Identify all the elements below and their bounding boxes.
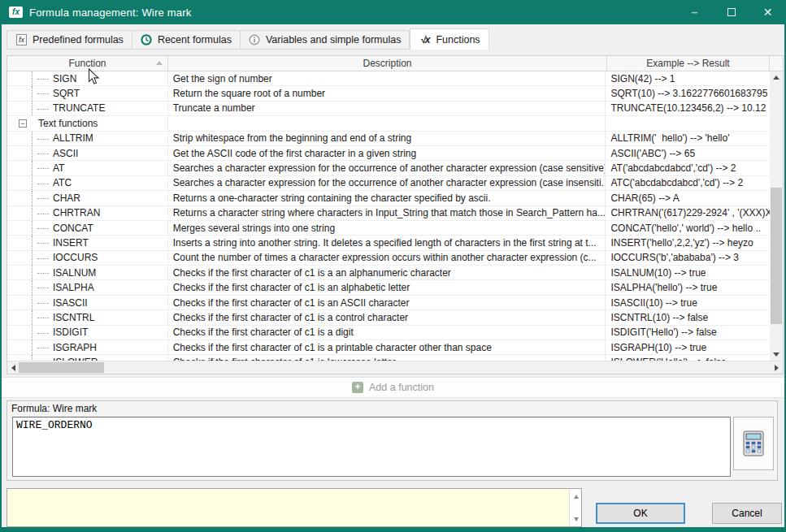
table-row[interactable]: − ISALNUM Checks if the first character … bbox=[7, 266, 770, 280]
minimize-button[interactable]: – bbox=[676, 0, 713, 24]
column-header-function[interactable]: Function bbox=[7, 56, 168, 71]
column-header-description[interactable]: Description bbox=[168, 56, 607, 71]
function-name: AT bbox=[53, 162, 64, 174]
formula-input[interactable]: WIRE_ORDERNO bbox=[12, 417, 731, 477]
scroll-left-icon[interactable] bbox=[7, 361, 20, 374]
function-description: Checks if the first character of c1 is a… bbox=[168, 266, 606, 279]
function-description: Checks if the first character of c1 is a… bbox=[168, 280, 606, 294]
tab-variables-and-simple-formulas[interactable]: Variables and simple formulas bbox=[241, 30, 410, 50]
tab-label: Recent formulas bbox=[158, 34, 232, 45]
scroll-right-icon[interactable] bbox=[771, 361, 783, 374]
function-name: CHRTRAN bbox=[53, 207, 100, 218]
function-example: SQRT(10) --> 3.1622776601683795 bbox=[606, 86, 770, 100]
function-name: CHAR bbox=[53, 192, 80, 204]
function-example: CHAR(65) --> A bbox=[606, 191, 770, 205]
scroll-up-icon[interactable] bbox=[570, 491, 582, 502]
function-example bbox=[606, 116, 770, 130]
maximize-button[interactable] bbox=[713, 0, 749, 24]
function-example: INSERT('hello',2,2,'yz') --> heyzo bbox=[606, 236, 770, 249]
window-title: Formula management: Wire mark bbox=[29, 6, 191, 19]
function-name: ASCII bbox=[53, 148, 78, 159]
table-row[interactable]: − ALLTRIM Strip whitespace from the begi… bbox=[7, 132, 770, 146]
tab-recent-formulas[interactable]: Recent formulas bbox=[132, 30, 241, 50]
table-row[interactable]: − ISGRAPH Checks if the first character … bbox=[7, 340, 770, 355]
function-description: Checks if the first character of c1 is a… bbox=[168, 326, 606, 340]
table-row[interactable]: − CHRTRAN Returns a character string whe… bbox=[7, 206, 770, 221]
function-example: ATC('abcdabcdabcd','cd') --> 2 bbox=[606, 176, 770, 190]
window-border-left bbox=[0, 24, 2, 532]
sort-ascending-icon bbox=[156, 61, 163, 65]
calculator-icon bbox=[743, 430, 764, 456]
scroll-down-icon[interactable] bbox=[570, 513, 582, 525]
add-function-button[interactable]: + Add a function bbox=[352, 382, 434, 393]
function-example: ALLTRIM(' hello') --> 'hello' bbox=[606, 132, 770, 145]
function-description: Get the sign of number bbox=[168, 71, 606, 85]
table-row[interactable]: − SQRT Return the square root of a numbe… bbox=[7, 86, 770, 101]
info-icon bbox=[249, 34, 261, 46]
scroll-up-icon[interactable] bbox=[770, 71, 783, 84]
header-stub bbox=[770, 56, 783, 71]
tab-functions[interactable]: √x Functions bbox=[410, 28, 489, 50]
cancel-button[interactable]: Cancel bbox=[712, 503, 782, 524]
table-row[interactable]: − Text functions bbox=[7, 116, 770, 131]
table-row[interactable]: − ISASCII Checks if the first character … bbox=[7, 296, 770, 310]
function-description: Truncate a number bbox=[168, 102, 606, 115]
function-table: Function Description Example --> Result … bbox=[7, 55, 784, 374]
function-description: Count the number of times a character ex… bbox=[168, 251, 606, 265]
calculator-button[interactable] bbox=[733, 417, 774, 470]
function-name: ALLTRIM bbox=[53, 132, 93, 144]
app-fx-icon: fx bbox=[9, 6, 23, 18]
table-row[interactable]: − AT Searches a character expression for… bbox=[7, 161, 770, 175]
sqrt-x-icon: √x bbox=[419, 33, 431, 45]
table-row[interactable]: − ISLOWER Checks if the first character … bbox=[7, 355, 770, 361]
title-bar[interactable]: fx Formula management: Wire mark – ✕ bbox=[0, 0, 786, 24]
column-header-example-result[interactable]: Example --> Result bbox=[607, 56, 770, 71]
table-row[interactable]: − ASCII Get the ASCII code of the first … bbox=[7, 146, 770, 161]
table-row[interactable]: − ATC Searches a character expression fo… bbox=[7, 176, 770, 191]
horizontal-scrollbar[interactable] bbox=[7, 361, 783, 374]
function-name: ISASCII bbox=[53, 297, 88, 309]
function-name: CONCAT bbox=[53, 223, 93, 234]
function-description: Searches a character expression for the … bbox=[168, 176, 606, 190]
vertical-scrollbar[interactable] bbox=[770, 71, 783, 361]
collapse-expander-icon[interactable]: − bbox=[19, 119, 27, 128]
function-example: ISGRAPH(10) --> true bbox=[606, 340, 770, 354]
horizontal-scrollbar-thumb[interactable] bbox=[19, 362, 104, 373]
function-name: ISGRAPH bbox=[53, 342, 97, 353]
table-row[interactable]: − INSERT Inserts a string into another s… bbox=[7, 236, 770, 250]
window-border-bottom bbox=[0, 527, 786, 532]
function-example: AT('abcdabcdabcd','cd') --> 2 bbox=[606, 161, 770, 175]
message-text bbox=[7, 489, 569, 526]
function-name: TRUNCATE bbox=[53, 102, 105, 114]
tab-predefined-formulas[interactable]: fx Predefined formulas bbox=[7, 30, 132, 50]
table-row[interactable]: − SIGN Get the sign of number SIGN(42) -… bbox=[7, 71, 770, 86]
function-description: Returns a character string where charact… bbox=[168, 206, 606, 220]
function-description: Checks if the first character of c1 is l… bbox=[168, 355, 606, 361]
function-name: IOCCURS bbox=[53, 252, 98, 263]
table-row[interactable]: − CHAR Returns a one-character string co… bbox=[7, 191, 770, 205]
add-function-label: Add a function bbox=[369, 382, 434, 393]
table-row[interactable]: − ISCNTRL Checks if the first character … bbox=[7, 310, 770, 325]
table-row[interactable]: − ISDIGIT Checks if the first character … bbox=[7, 326, 770, 340]
function-example: ISALNUM(10) --> true bbox=[606, 266, 770, 279]
table-row[interactable]: − IOCCURS Count the number of times a ch… bbox=[7, 251, 770, 266]
table-row[interactable]: − ISALPHA Checks if the first character … bbox=[7, 280, 770, 295]
function-name: Text functions bbox=[38, 118, 98, 129]
scroll-down-icon[interactable] bbox=[770, 348, 783, 361]
function-name: ISALPHA bbox=[53, 282, 94, 293]
function-name: SIGN bbox=[53, 73, 76, 84]
table-row[interactable]: − TRUNCATE Truncate a number TRUNCATE(10… bbox=[7, 102, 770, 116]
vertical-scrollbar-thumb[interactable] bbox=[771, 188, 782, 324]
table-row[interactable]: − CONCAT Merges several strings into one… bbox=[7, 221, 770, 236]
message-scrollbar[interactable] bbox=[569, 489, 581, 526]
tab-label: Predefined formulas bbox=[33, 34, 124, 45]
formula-page-icon: fx bbox=[15, 34, 28, 46]
function-description bbox=[168, 116, 606, 130]
close-button[interactable]: ✕ bbox=[749, 0, 786, 24]
ok-button[interactable]: OK bbox=[596, 503, 685, 524]
formula-group-label: Formula: Wire mark bbox=[11, 403, 97, 414]
tab-label: Functions bbox=[436, 34, 480, 45]
function-description: Checks if the first character of c1 is a… bbox=[168, 340, 606, 354]
function-example: ISCNTRL(10) --> false bbox=[606, 310, 770, 324]
plus-icon: + bbox=[352, 382, 363, 393]
